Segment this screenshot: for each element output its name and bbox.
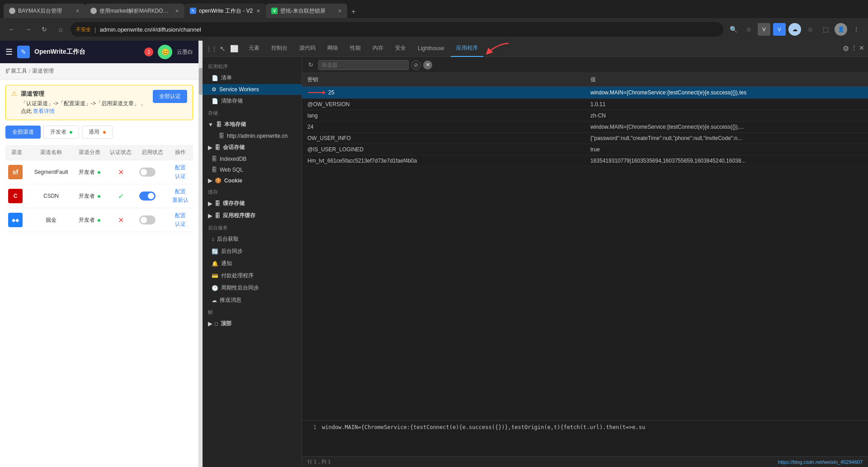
verify-all-button[interactable]: 全部认证 — [153, 90, 187, 103]
sf-toggle[interactable] — [139, 168, 156, 177]
browser-tab-4[interactable]: V 壁纸-来自联想锁屏 ✕ — [266, 4, 347, 18]
key-cell-4: OW_USER_INFO — [302, 133, 585, 144]
sidebar-notifications[interactable]: 🔔 通知 — [203, 257, 302, 270]
notification-badge[interactable]: 2 — [144, 47, 153, 56]
sidebar-app-cache-group[interactable]: ▶ 🗄 应用程序缓存 — [203, 210, 302, 222]
filter-block-icon[interactable]: ⊘ — [411, 61, 420, 70]
tab4-close[interactable]: ✕ — [338, 8, 342, 14]
sf-config-btn[interactable]: 配置 — [170, 164, 190, 172]
browser-tab-2[interactable]: 使用marked解析MARKDOWN,生... ✕ — [85, 4, 184, 18]
sidebar-indexeddb[interactable]: 🗄 IndexedDB — [203, 154, 302, 164]
sidebar-bg-fetch[interactable]: ↕ 后台获取 — [203, 233, 302, 245]
tab-all-channels[interactable]: 全部渠道 — [5, 126, 41, 139]
status-link[interactable]: https://blog.csdn.net/weixin_45294607 — [778, 459, 863, 465]
devtools-device-icon[interactable]: ⬜ — [230, 45, 239, 53]
juejin-config-btn[interactable]: 配置 — [170, 212, 190, 219]
table-row-1[interactable]: @OW_VERSION 1.0.11 — [302, 99, 868, 110]
juejin-toggle[interactable] — [139, 215, 156, 224]
table-row-3[interactable]: 24 window.MAIN={ChromeService:{testConne… — [302, 121, 868, 133]
sidebar-section-cache: 缓存 — [203, 186, 302, 197]
home-button[interactable]: ⌂ — [54, 23, 67, 36]
sidebar-bg-sync[interactable]: 🔄 后台同步 — [203, 245, 302, 257]
devtools-tab-elements[interactable]: 元素 — [243, 41, 265, 57]
browser-tab-1[interactable]: BAYMAX后台管理 ✕ — [4, 4, 85, 18]
table-row-0[interactable]: 25 window.MAIN={ChromeService:{testConne… — [302, 87, 868, 99]
filter-input[interactable] — [318, 60, 409, 70]
scrollbar-thumb[interactable] — [199, 68, 203, 95]
sidebar-web-sql[interactable]: 🗄 Web SQL — [203, 164, 302, 175]
csdn-config-btn[interactable]: 配置 — [170, 188, 190, 196]
devtools-settings-icon[interactable]: ⚙ — [843, 44, 849, 53]
table-row-6[interactable]: Hm_lvt_661ce5facc5213ef7d73e7d1faef4b0a … — [302, 155, 868, 167]
sidebar-local-storage-group[interactable]: ▼ 🗄 本地存储 — [203, 118, 302, 131]
juejin-auth-btn[interactable]: 认证 — [170, 220, 190, 228]
key-cell-5: @IS_USER_LOGINED — [302, 144, 585, 155]
sf-name: SegmentFault — [28, 160, 74, 184]
refresh-icon[interactable]: ↻ — [306, 60, 316, 70]
extensions-button[interactable]: ☆ — [804, 23, 816, 36]
forward-button[interactable]: → — [22, 23, 34, 36]
address-bar[interactable]: 不安全 | admin.openwrite.cn/#/diffusion/cha… — [71, 22, 723, 37]
devtools-tab-network[interactable]: 网络 — [322, 41, 344, 57]
devtools-tab-sources[interactable]: 源代码 — [294, 41, 321, 57]
browser-tab-3[interactable]: ✎ openWrite 工作台 - V2 ✕ — [184, 4, 266, 18]
sidebar-section-storage: 存储 — [203, 107, 302, 118]
tab-common[interactable]: 通用 — [82, 126, 112, 139]
bookmark-button[interactable]: ☆ — [742, 23, 755, 36]
sidebar-clear-storage[interactable]: 📄 清除存储 — [203, 95, 302, 107]
devtools-tab-lighthouse[interactable]: Lighthouse — [412, 41, 450, 57]
devtools-focus-icon[interactable]: ⋮ — [851, 44, 857, 53]
sidebar-payment[interactable]: 💳 付款处理程序 — [203, 270, 302, 282]
devtools-sidebar: 应用程序 📄 清单 ⚙ Service Workers 📄 清除存储 存储 — [203, 57, 302, 467]
user-avatar[interactable]: 😊 — [158, 45, 172, 59]
sidebar-service-workers[interactable]: ⚙ Service Workers — [203, 84, 302, 95]
breadcrumb-item-2: 渠道管理 — [32, 67, 54, 75]
devtools-tab-console[interactable]: 控制台 — [266, 41, 293, 57]
devtools-tab-security[interactable]: 安全 — [390, 41, 411, 57]
table-row-4[interactable]: OW_USER_INFO {"password":null,"createTim… — [302, 133, 868, 144]
sidebar-local-storage-url[interactable]: 🗄 http://admin.openwrite.cn — [203, 131, 302, 141]
tab-developer[interactable]: 开发者 — [43, 126, 79, 139]
sidebar-cookies-group[interactable]: ▶ 🍪 Cookie — [203, 175, 302, 186]
sidebar-cache-storage-group[interactable]: ▶ 🗄 缓存存储 — [203, 197, 302, 210]
new-tab-button[interactable]: + — [347, 5, 360, 18]
devtools-drag-handle[interactable]: ⋮⋮ — [206, 46, 217, 52]
devtools-close-icon[interactable]: ✕ — [859, 44, 864, 53]
tab3-close[interactable]: ✕ — [256, 8, 260, 14]
extension-icon-1[interactable]: V — [758, 23, 770, 36]
devtools-tab-application[interactable]: 应用程序 — [451, 41, 483, 57]
sidebar-session-storage-group[interactable]: ▶ 🗄 会话存储 — [203, 141, 302, 154]
csdn-toggle[interactable] — [139, 191, 156, 201]
expand-icon-4: ▶ — [208, 201, 212, 207]
sidebar-periodic-sync[interactable]: 🕐 周期性后台同步 — [203, 282, 302, 294]
expand-icon-6: ▶ — [208, 321, 212, 327]
sidebar-frames-group[interactable]: ▶ □ 顶部 — [203, 318, 302, 330]
tab1-close[interactable]: ✕ — [75, 8, 80, 14]
devtools-tab-memory[interactable]: 内存 — [367, 41, 389, 57]
reload-button[interactable]: ↻ — [38, 23, 51, 36]
notification-icon: 🔔 — [212, 261, 218, 267]
filter-clear-button[interactable]: ✕ — [423, 61, 432, 70]
devtools-inspect-icon[interactable]: ↖ — [220, 45, 226, 53]
app-scrollbar[interactable] — [199, 41, 203, 467]
extension-icon-2[interactable]: V — [773, 23, 786, 36]
menu-toggle-icon[interactable]: ☰ — [5, 47, 13, 57]
table-scroll-area[interactable]: 密钥 值 — [302, 73, 868, 420]
screenshot-button[interactable]: ⬚ — [819, 23, 832, 36]
tab1-title: BAYMAX后台管理 — [18, 7, 73, 15]
sidebar-manifest[interactable]: 📄 清单 — [203, 72, 302, 84]
table-row-2[interactable]: lang zh-CN — [302, 110, 868, 121]
back-button[interactable]: ← — [5, 23, 18, 36]
table-row-5[interactable]: @IS_USER_LOGINED true — [302, 144, 868, 155]
csdn-reauth-btn[interactable]: 重新认 — [170, 196, 190, 204]
detail-link[interactable]: 查看详情 — [33, 108, 55, 114]
col-value: 值 — [585, 73, 868, 87]
search-button[interactable]: 🔍 — [727, 23, 740, 36]
sidebar-push[interactable]: ☁ 推送消息 — [203, 294, 302, 306]
extension-icon-3[interactable]: ☁ — [788, 23, 801, 36]
devtools-tab-performance[interactable]: 性能 — [344, 41, 366, 57]
tab2-close[interactable]: ✕ — [175, 8, 179, 14]
menu-button[interactable]: ⋮ — [850, 23, 863, 36]
sf-auth-btn[interactable]: 认证 — [170, 173, 190, 180]
profile-avatar[interactable]: 👤 — [835, 23, 847, 36]
